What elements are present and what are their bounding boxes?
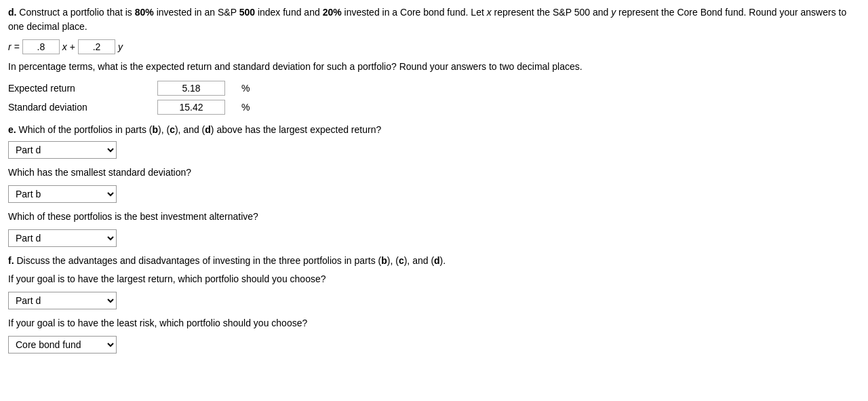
intro-text4: invested in a Core bond fund. Let (344, 7, 487, 18)
largest-return-dropdown[interactable]: Part b Part c Part d (8, 141, 117, 159)
standard-deviation-input[interactable] (157, 100, 225, 115)
largest-return-goal-dropdown[interactable]: Part b Part c Part d (8, 292, 117, 309)
part-e-text3: ), and ( (175, 124, 205, 135)
intro-text2: invested in an S&P (157, 7, 239, 18)
expected-return-input[interactable] (157, 81, 225, 96)
part-d-label: d. (8, 7, 16, 18)
y-variable-label: y (118, 41, 123, 52)
sp500: 500 (239, 7, 255, 18)
y-coefficient-input[interactable] (78, 39, 115, 54)
largest-return-dropdown-row: Part b Part c Part d (8, 141, 860, 159)
part-e-question1: e. Which of the portfolios in parts (b),… (8, 123, 860, 137)
least-risk-dropdown[interactable]: Part b Part c Part d Core bond fund (8, 336, 117, 354)
plus-sign: + (70, 41, 75, 52)
part-f-text4: ). (440, 255, 446, 266)
part-f-text2: ), ( (387, 255, 399, 266)
largest-return-goal-question: If your goal is to have the largest retu… (8, 272, 860, 286)
part-f-c1: c (399, 255, 404, 266)
intro-text1: Construct a portfolio that is (19, 7, 134, 18)
part-f-text3: ), and ( (404, 255, 434, 266)
results-table: Expected return % Standard deviation % (8, 81, 860, 115)
part-f-label: f. (8, 255, 14, 266)
y-var: y (611, 7, 616, 18)
formula-row: r = x + y (8, 39, 860, 54)
pct2: 20% (323, 7, 342, 18)
best-investment-dropdown[interactable]: Part b Part c Part d (8, 229, 117, 247)
part-e-label: e. (8, 124, 16, 135)
standard-deviation-label: Standard deviation (8, 102, 157, 113)
x-var: x (487, 7, 492, 18)
part-f-b1: b (381, 255, 387, 266)
x-coefficient-input[interactable] (22, 39, 60, 54)
question1-text: In percentage terms, what is the expecte… (8, 60, 860, 74)
smallest-stddev-question: Which has the smallest standard deviatio… (8, 166, 860, 180)
least-risk-dropdown-row: Part b Part c Part d Core bond fund (8, 336, 860, 354)
best-investment-question: Which of these portfolios is the best in… (8, 210, 860, 224)
part-e-b1: b (152, 124, 158, 135)
x-variable-label: x (62, 41, 67, 52)
smallest-stddev-dropdown[interactable]: Part b Part c Part d (8, 185, 117, 203)
expected-return-label: Expected return (8, 83, 157, 94)
part-f-text1: Discuss the advantages and disadvantages… (16, 255, 381, 266)
part-e-text1: Which of the portfolios in parts ( (19, 124, 153, 135)
intro-text5: represent the S&P 500 and (494, 7, 612, 18)
part-e-d1: d (205, 124, 211, 135)
largest-return-goal-dropdown-row: Part b Part c Part d (8, 292, 860, 309)
part-e-text4: ) above has the largest expected return? (211, 124, 381, 135)
smallest-stddev-dropdown-row: Part b Part c Part d (8, 185, 860, 203)
least-risk-question: If your goal is to have the least risk, … (8, 316, 860, 330)
intro-paragraph: d. Construct a portfolio that is 80% inv… (8, 5, 860, 34)
intro-text3: index fund and (258, 7, 323, 18)
r-label: r (8, 41, 12, 52)
part-e-c1: c (170, 124, 175, 135)
best-investment-dropdown-row: Part b Part c Part d (8, 229, 860, 247)
part-f-d1: d (434, 255, 440, 266)
part-e-text2: ), ( (158, 124, 170, 135)
expected-return-unit: % (239, 83, 259, 94)
standard-deviation-unit: % (239, 102, 259, 113)
equals-sign: = (14, 41, 20, 52)
part-f-intro: f. Discuss the advantages and disadvanta… (8, 254, 860, 268)
pct1: 80% (135, 7, 154, 18)
